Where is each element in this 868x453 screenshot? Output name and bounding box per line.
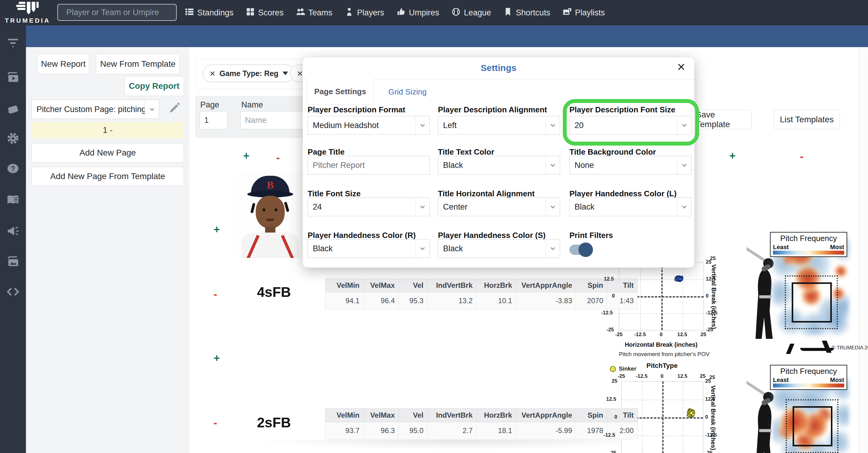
add-grid-cell-button[interactable]: +: [214, 353, 220, 364]
edit-pencil-icon[interactable]: [168, 102, 181, 115]
top-nav-bar: TRUMEDIA StandingsScoresTeamsPlayersUmpi…: [0, 0, 868, 25]
report-select[interactable]: Pitcher Custom Page: pitching -...: [31, 100, 159, 119]
search-input[interactable]: [66, 7, 174, 18]
axis-tick-label: 12.5: [606, 396, 616, 402]
chevron-down-icon: [415, 116, 430, 134]
player-description-font-size-select[interactable]: 20: [569, 116, 691, 135]
close-icon[interactable]: ×: [210, 68, 215, 78]
close-icon[interactable]: ×: [297, 68, 303, 78]
column-header: VertApprAngle: [516, 279, 576, 292]
nav-item-teams[interactable]: Teams: [296, 7, 332, 19]
pitch-type-label: 2sFB: [257, 414, 291, 431]
title-horizontal-alignment-select[interactable]: Center: [438, 198, 560, 216]
copy-report-button[interactable]: Copy Report: [124, 76, 184, 96]
filter-chip-game-type[interactable]: × Game Type: Reg: [203, 65, 295, 82]
legend-label: Sinker: [619, 365, 637, 372]
trumedia-logo[interactable]: TRUMEDIA: [5, 1, 50, 24]
player-handedness-color-r-select[interactable]: Black: [308, 239, 430, 258]
axis-tick-label: 0: [660, 373, 663, 379]
nav-item-umpires[interactable]: Umpires: [396, 7, 439, 19]
add-new-page-from-template-button[interactable]: Add New Page From Template: [31, 167, 184, 186]
nav-item-league[interactable]: League: [451, 7, 491, 19]
filter-icon[interactable]: [0, 34, 26, 52]
svg-text:?: ?: [11, 165, 15, 173]
modal-title: Settings: [303, 63, 694, 73]
flashcards-icon[interactable]: [0, 99, 26, 117]
screenshots-icon[interactable]: [0, 252, 26, 271]
column-header: Spin: [576, 279, 607, 292]
save-template-button[interactable]: Save Template: [695, 110, 752, 129]
stat-cell: -5.99: [516, 422, 576, 440]
left-icon-sidebar: ?: [0, 25, 26, 453]
text-input[interactable]: [308, 160, 430, 170]
axis-tick-label: 25: [701, 332, 706, 338]
title-text-color-select[interactable]: Black: [438, 156, 560, 175]
player-handedness-color-s-select[interactable]: Black: [438, 239, 560, 258]
column-header: Vel: [399, 279, 427, 292]
axis-tick-label: -25: [615, 332, 623, 338]
nav-item-scores[interactable]: Scores: [246, 7, 283, 19]
pitch-frequency-heatmap: Pitch Frequency Least Most © TRUMEDIA 20…: [746, 224, 868, 350]
axis-tick-label: 0: [705, 414, 708, 420]
nav-item-standings[interactable]: Standings: [185, 7, 234, 19]
stat-cell: 10.1: [476, 292, 516, 310]
column-header: HorzBrk: [476, 279, 516, 292]
face: [256, 196, 285, 228]
jersey: [241, 232, 299, 258]
close-icon[interactable]: ×: [677, 60, 685, 74]
player-description-alignment-select[interactable]: Left: [438, 116, 560, 135]
standings-icon: [185, 7, 194, 19]
extended-zone: [786, 399, 838, 453]
add-grid-cell-button[interactable]: +: [243, 150, 249, 161]
chevron-down-icon: [546, 198, 560, 216]
title-background-color-select[interactable]: None: [569, 156, 691, 175]
remove-grid-cell-button[interactable]: -: [800, 151, 803, 162]
player-description-format-select[interactable]: Medium Headshot: [308, 116, 430, 135]
nav-item-players[interactable]: Players: [344, 7, 384, 19]
remove-grid-cell-button[interactable]: -: [276, 152, 280, 163]
add-grid-cell-button[interactable]: +: [214, 224, 220, 235]
page-indicator-row[interactable]: 1 -: [31, 122, 184, 138]
gear-icon[interactable]: [0, 129, 26, 147]
print-filters-toggle[interactable]: [569, 245, 589, 255]
heatmap-legend: Pitch Frequency Least Most: [770, 365, 847, 390]
axis-tick-label: -12.5: [636, 373, 648, 379]
megaphone-icon[interactable]: [0, 222, 26, 240]
y-axis-title: Vertical Break (inches): [710, 264, 717, 329]
scale-max-label: Most: [830, 376, 844, 384]
page-title-input[interactable]: [308, 156, 430, 175]
player-handedness-color-l-select[interactable]: Black: [569, 198, 691, 216]
column-header: HorzBrk: [476, 408, 516, 422]
remove-grid-cell-button[interactable]: -: [214, 417, 217, 428]
help-icon[interactable]: ?: [0, 160, 26, 177]
pitch-frequency-heatmap: Pitch Frequency Least Most: [746, 356, 868, 453]
code-icon[interactable]: [0, 283, 26, 301]
page-label: Page: [200, 100, 219, 110]
heatmap-title: Pitch Frequency: [771, 365, 846, 376]
field-label: Player Description Format: [308, 105, 405, 114]
nav-item-shortcuts[interactable]: Shortcuts: [503, 7, 550, 19]
color-scale-bar: [773, 251, 844, 255]
chevron-down-icon: [145, 100, 159, 119]
new-from-template-button[interactable]: New From Template: [96, 54, 180, 74]
remove-grid-cell-button[interactable]: -: [214, 289, 217, 300]
new-report-button[interactable]: New Report: [37, 54, 89, 74]
guide-book-icon[interactable]: [0, 191, 26, 209]
chevron-down-icon: [677, 116, 691, 134]
title-font-size-select[interactable]: 24: [308, 198, 430, 216]
axis-tick-label: 12.5: [677, 373, 687, 379]
list-templates-button[interactable]: List Templates: [774, 110, 840, 129]
video-playlist-icon[interactable]: [0, 68, 26, 86]
tab-grid-sizing[interactable]: Grid Sizing: [382, 79, 433, 105]
players-icon: [344, 7, 354, 19]
axis-tick-label: -25: [618, 373, 625, 379]
tab-page-settings[interactable]: Page Settings: [306, 79, 374, 105]
add-grid-cell-button[interactable]: +: [729, 150, 736, 161]
axis-tick-label: 0: [660, 332, 662, 338]
nav-item-playlists[interactable]: Playlists: [562, 7, 605, 19]
page-number-input[interactable]: [200, 111, 227, 129]
global-search[interactable]: [57, 4, 177, 21]
blue-header-bar: [26, 25, 868, 47]
add-new-page-button[interactable]: Add New Page: [31, 143, 184, 163]
axis-tick-label: 0: [706, 293, 709, 299]
